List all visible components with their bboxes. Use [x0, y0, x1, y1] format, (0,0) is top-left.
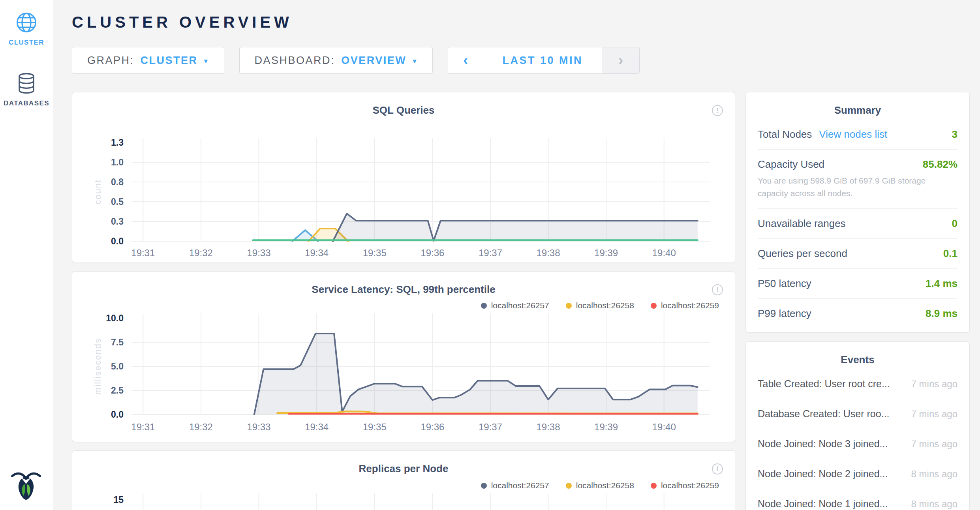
event-row[interactable]: Node Joined: Node 3 joined... 7 mins ago — [758, 429, 957, 459]
legend-item: localhost:26257 — [481, 481, 549, 490]
sql-queries-chart-card: SQL Queries ! 19:3119:3219:3319:3419:351… — [72, 92, 735, 263]
summary-row-capacity: Capacity Used 85.82% You are using 598.9… — [758, 149, 957, 208]
legend-label: localhost:26257 — [491, 481, 549, 490]
main-content: CLUSTER OVERVIEW GRAPH: CLUSTER ▾ DASHBO… — [53, 0, 980, 510]
svg-text:19:37: 19:37 — [479, 422, 502, 432]
svg-text:19:34: 19:34 — [305, 248, 329, 258]
time-range-next-button[interactable]: › — [602, 47, 639, 73]
events-title: Events — [746, 342, 969, 369]
event-row[interactable]: Database Created: User roo... 7 mins ago — [758, 399, 957, 429]
legend-dot-icon — [566, 483, 572, 489]
svg-text:1.0: 1.0 — [111, 157, 124, 167]
event-text: Node Joined: Node 1 joined... — [758, 498, 888, 510]
event-text: Database Created: User roo... — [758, 408, 890, 420]
svg-text:19:40: 19:40 — [652, 248, 676, 258]
legend-label: localhost:26259 — [661, 301, 719, 310]
capacity-subtext: You are using 598.9 GiB of 697.9 GiB sto… — [758, 174, 955, 200]
legend-label: localhost:26257 — [491, 301, 549, 310]
graph-dropdown[interactable]: GRAPH: CLUSTER ▾ — [72, 47, 224, 74]
sidebar-item-databases[interactable]: DATABASES — [0, 71, 53, 107]
time-range-prev-button[interactable]: ‹ — [448, 47, 483, 73]
svg-text:19:38: 19:38 — [536, 422, 560, 432]
dashboard-dropdown-label: DASHBOARD: — [255, 54, 335, 67]
page-title: CLUSTER OVERVIEW — [72, 13, 970, 31]
chart-title: Service Latency: SQL, 99th percentile — [72, 283, 735, 296]
sidebar-item-label: CLUSTER — [0, 39, 53, 47]
svg-text:0.5: 0.5 — [111, 197, 124, 207]
svg-text:19:39: 19:39 — [594, 248, 618, 258]
dashboard-dropdown-value: OVERVIEW — [341, 54, 406, 67]
event-text: Node Joined: Node 3 joined... — [758, 438, 888, 450]
side-panels: Summary Total Nodes View nodes list 3 Ca… — [745, 92, 970, 510]
event-row[interactable]: Node Joined: Node 2 joined... 8 mins ago — [758, 459, 957, 489]
chart-title: Replicas per Node — [72, 463, 735, 475]
cockroachdb-logo-icon — [10, 469, 42, 503]
legend-dot-icon — [651, 483, 657, 489]
unavailable-ranges-value: 0 — [952, 218, 957, 230]
svg-text:0.0: 0.0 — [111, 236, 124, 246]
sidebar-item-cluster[interactable]: CLUSTER — [0, 10, 53, 47]
charts-column: SQL Queries ! 19:3119:3219:3319:3419:351… — [72, 92, 735, 510]
service-latency-plot: 19:3119:3219:3319:3419:3519:3619:3719:38… — [72, 311, 735, 442]
legend-item: localhost:26259 — [651, 481, 719, 490]
dashboard-dropdown[interactable]: DASHBOARD: OVERVIEW ▾ — [239, 47, 433, 74]
service-latency-chart-card: Service Latency: SQL, 99th percentile ! … — [72, 271, 735, 442]
legend-dot-icon — [651, 303, 657, 309]
svg-text:19:39: 19:39 — [594, 422, 618, 432]
sidebar: CLUSTER DATABASES — [0, 0, 53, 510]
legend-item: localhost:26258 — [566, 301, 634, 310]
svg-text:19:35: 19:35 — [363, 422, 387, 432]
legend-label: localhost:26258 — [576, 301, 634, 310]
info-icon[interactable]: ! — [712, 463, 723, 474]
time-range-label[interactable]: LAST 10 MIN — [483, 47, 602, 73]
events-panel: Events Table Created: User root cre... 7… — [745, 341, 970, 510]
view-nodes-list-link[interactable]: View nodes list — [819, 128, 887, 141]
svg-text:0.8: 0.8 — [111, 177, 124, 187]
unavailable-ranges-label: Unavailable ranges — [758, 218, 846, 230]
svg-text:19:31: 19:31 — [131, 422, 155, 432]
svg-text:1.3: 1.3 — [111, 137, 124, 148]
svg-text:0.3: 0.3 — [111, 216, 124, 227]
event-time: 8 mins ago — [903, 499, 957, 510]
svg-text:7.5: 7.5 — [111, 337, 124, 347]
summary-row-total-nodes: Total Nodes View nodes list 3 — [758, 120, 957, 149]
summary-row-qps: Queries per second 0.1 — [758, 238, 957, 268]
svg-text:0.0: 0.0 — [111, 409, 124, 420]
legend-dot-icon — [566, 303, 572, 309]
sidebar-item-label: DATABASES — [0, 99, 53, 107]
p99-latency-value: 8.9 ms — [926, 308, 957, 320]
info-icon[interactable]: ! — [712, 284, 723, 295]
summary-row-p50: P50 latency 1.4 ms — [758, 268, 957, 298]
svg-text:19:33: 19:33 — [247, 422, 270, 432]
svg-text:19:34: 19:34 — [305, 422, 329, 432]
svg-text:19:38: 19:38 — [536, 248, 560, 258]
summary-row-p99: P99 latency 8.9 ms — [758, 298, 957, 328]
legend-item: localhost:26257 — [481, 301, 549, 310]
chevron-down-icon: ▾ — [204, 56, 209, 66]
globe-icon — [14, 10, 39, 35]
total-nodes-value: 3 — [952, 128, 957, 141]
chart-legend: localhost:26257localhost:26258localhost:… — [481, 301, 719, 310]
svg-text:19:33: 19:33 — [247, 248, 270, 258]
summary-panel: Summary Total Nodes View nodes list 3 Ca… — [745, 92, 970, 333]
svg-text:5.0: 5.0 — [111, 361, 124, 371]
svg-text:19:37: 19:37 — [479, 248, 502, 258]
info-icon[interactable]: ! — [712, 105, 723, 116]
chart-legend: localhost:26257localhost:26258localhost:… — [481, 481, 719, 490]
svg-text:19:36: 19:36 — [421, 248, 444, 258]
svg-text:15: 15 — [113, 495, 124, 505]
event-row[interactable]: Node Joined: Node 1 joined... 8 mins ago — [758, 489, 957, 510]
svg-text:19:35: 19:35 — [363, 248, 387, 258]
legend-label: localhost:26258 — [576, 481, 634, 490]
chevron-down-icon: ▾ — [413, 56, 417, 66]
svg-text:19:40: 19:40 — [652, 422, 676, 432]
legend-dot-icon — [481, 303, 487, 309]
sql-queries-plot: 19:3119:3219:3319:3419:3519:3619:3719:38… — [72, 134, 735, 263]
event-row[interactable]: Table Created: User root cre... 7 mins a… — [758, 369, 957, 399]
replicas-per-node-plot: 1510 — [72, 493, 735, 510]
legend-dot-icon — [481, 483, 487, 489]
summary-title: Summary — [746, 92, 969, 120]
event-time: 7 mins ago — [903, 439, 957, 450]
svg-text:19:32: 19:32 — [189, 422, 213, 432]
chart-title: SQL Queries — [72, 104, 735, 116]
